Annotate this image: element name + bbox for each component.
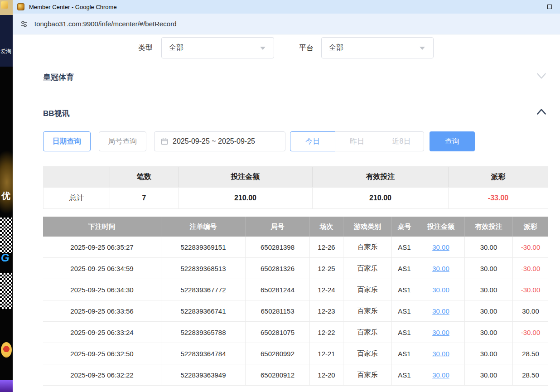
column-header: 游戏类别 bbox=[343, 217, 392, 237]
game-type-cell: 百家乐 bbox=[343, 237, 392, 257]
payout-cell: 30.00 bbox=[513, 300, 548, 321]
session-cell: 12-21 bbox=[310, 343, 343, 364]
game-type-cell: 百家乐 bbox=[343, 364, 392, 385]
background-window-fragment: 优 G bbox=[0, 67, 13, 392]
column-header: 场次 bbox=[310, 217, 343, 237]
summary-valid-bet: 210.00 bbox=[313, 188, 449, 208]
type-select[interactable]: 全部 bbox=[161, 37, 274, 58]
date-query-button[interactable]: 日期查询 bbox=[43, 131, 91, 151]
bet-id-cell: 522839369151 bbox=[161, 237, 246, 257]
bet-id-cell: 522839364784 bbox=[161, 343, 246, 364]
table-row: 2025-09-25 06:33:56522839366741650281153… bbox=[43, 300, 548, 322]
minimize-icon bbox=[526, 7, 531, 7]
bet-time-cell: 2025-09-25 06:34:59 bbox=[43, 258, 161, 279]
bet-amount-cell: 30.00 bbox=[417, 343, 465, 364]
summary-column-header: 有效投注 bbox=[313, 167, 449, 187]
chevron-up-icon[interactable] bbox=[536, 106, 547, 117]
chevron-down-icon bbox=[420, 47, 425, 50]
query-bar: 日期查询 局号查询 2025-09-25 ~ 2025-09-25 今日 昨日 … bbox=[13, 131, 560, 151]
table-number-cell: AS1 bbox=[392, 237, 417, 257]
bet-record-page: 类型 全部 平台 全部 皇冠体育 BB视讯 bbox=[13, 35, 560, 392]
payout-cell: -30.00 bbox=[513, 258, 548, 279]
section-divider bbox=[43, 94, 548, 94]
bet-amount-link[interactable]: 30.00 bbox=[432, 243, 449, 251]
background-text: 优 bbox=[1, 190, 10, 202]
summary-total-label: 总计 bbox=[43, 188, 110, 208]
bet-amount-link[interactable]: 30.00 bbox=[432, 329, 449, 336]
round-query-button[interactable]: 局号查询 bbox=[99, 131, 146, 151]
background-gold-badge bbox=[1, 342, 12, 358]
filter-row: 类型 全部 平台 全部 bbox=[13, 37, 560, 58]
bet-id-cell: 522839367772 bbox=[161, 279, 246, 300]
table-row: 2025-09-25 06:32:22522839363949650280912… bbox=[43, 364, 548, 386]
bet-amount-link[interactable]: 30.00 bbox=[432, 307, 449, 315]
summary-count: 7 bbox=[110, 188, 179, 208]
background-app-icon bbox=[1, 1, 8, 9]
maximize-button[interactable] bbox=[539, 0, 560, 14]
game-type-cell: 百家乐 bbox=[343, 343, 392, 364]
valid-bet-cell: 30.00 bbox=[465, 322, 513, 343]
table-number-cell: AS1 bbox=[392, 300, 417, 321]
table-number-cell: AS1 bbox=[392, 279, 417, 300]
summary-column-header bbox=[43, 167, 110, 187]
address-bar[interactable]: tongbao31.com:9900/infe/mcenter/#/betRec… bbox=[34, 20, 177, 28]
table-row: 2025-09-25 06:32:50522839364784650280992… bbox=[43, 343, 548, 364]
bet-amount-link[interactable]: 30.00 bbox=[432, 371, 449, 379]
background-text: G bbox=[1, 252, 10, 264]
screen: 爱淘 优 G Member Center - Google Chrome bbox=[0, 0, 560, 392]
browser-toolbar: tongbao31.com:9900/infe/mcenter/#/betRec… bbox=[13, 14, 560, 34]
summary-row: 总计 7 210.00 210.00 -33.00 bbox=[43, 187, 548, 208]
game-type-cell: 百家乐 bbox=[343, 279, 392, 300]
table-row: 2025-09-25 06:34:59522839368513650281326… bbox=[43, 258, 548, 279]
type-select-value: 全部 bbox=[169, 43, 183, 53]
game-type-cell: 百家乐 bbox=[343, 322, 392, 343]
payout-cell: 28.50 bbox=[513, 343, 548, 364]
last-8-days-button[interactable]: 近8日 bbox=[379, 131, 424, 151]
column-header: 注单编号 bbox=[161, 217, 246, 237]
valid-bet-cell: 30.00 bbox=[465, 300, 513, 321]
bet-amount-link[interactable]: 30.00 bbox=[432, 286, 449, 294]
round-number-cell: 650281153 bbox=[246, 300, 310, 321]
qr-code-image bbox=[0, 273, 12, 309]
valid-bet-cell: 30.00 bbox=[465, 279, 513, 300]
bet-id-cell: 522839368513 bbox=[161, 258, 246, 279]
valid-bet-cell: 30.00 bbox=[465, 258, 513, 279]
game-type-cell: 百家乐 bbox=[343, 258, 392, 279]
minimize-button[interactable] bbox=[518, 0, 539, 14]
search-button[interactable]: 查询 bbox=[430, 131, 475, 151]
platform-select[interactable]: 全部 bbox=[321, 37, 434, 58]
payout-cell: 28.50 bbox=[513, 364, 548, 385]
today-button[interactable]: 今日 bbox=[290, 131, 335, 151]
bet-id-cell: 522839365788 bbox=[161, 322, 246, 343]
summary-column-header: 派彩 bbox=[449, 167, 548, 187]
chevron-down-icon bbox=[260, 47, 266, 50]
bet-time-cell: 2025-09-25 06:33:24 bbox=[43, 322, 161, 343]
column-header: 有效投注 bbox=[465, 217, 513, 237]
chevron-down-icon[interactable] bbox=[536, 70, 547, 81]
column-header: 桌号 bbox=[392, 217, 417, 237]
platform-select-value: 全部 bbox=[329, 43, 343, 53]
bet-amount-link[interactable]: 30.00 bbox=[432, 265, 449, 272]
bet-amount-link[interactable]: 30.00 bbox=[432, 350, 449, 358]
site-settings-icon[interactable] bbox=[20, 20, 28, 28]
column-header: 投注金额 bbox=[417, 217, 465, 237]
bet-amount-cell: 30.00 bbox=[417, 364, 465, 385]
payout-cell: -30.00 bbox=[513, 279, 548, 300]
column-header: 派彩 bbox=[513, 217, 548, 237]
bet-time-cell: 2025-09-25 06:32:22 bbox=[43, 364, 161, 385]
summary-payout: -33.00 bbox=[449, 188, 548, 208]
bet-amount-cell: 30.00 bbox=[417, 322, 465, 343]
bet-id-cell: 522839366741 bbox=[161, 300, 246, 321]
section-title-crown-sports: 皇冠体育 bbox=[43, 72, 74, 82]
session-cell: 12-26 bbox=[310, 237, 343, 257]
yesterday-button[interactable]: 昨日 bbox=[335, 131, 379, 151]
bet-time-cell: 2025-09-25 06:32:50 bbox=[43, 343, 161, 364]
bet-time-cell: 2025-09-25 06:35:27 bbox=[43, 237, 161, 257]
window-titlebar: Member Center - Google Chrome bbox=[13, 0, 560, 14]
date-range-input[interactable]: 2025-09-25 ~ 2025-09-25 bbox=[154, 131, 285, 151]
table-row: 2025-09-25 06:33:24522839365788650281075… bbox=[43, 322, 548, 343]
bet-amount-cell: 30.00 bbox=[417, 258, 465, 279]
platform-filter-label: 平台 bbox=[299, 37, 314, 58]
table-number-cell: AS1 bbox=[392, 364, 417, 385]
summary-column-header: 笔数 bbox=[110, 167, 179, 187]
